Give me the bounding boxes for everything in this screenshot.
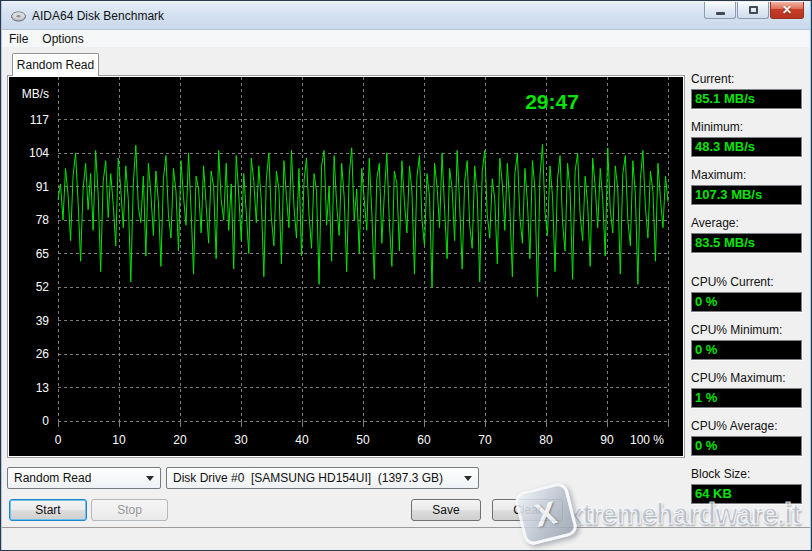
chevron-down-icon (464, 476, 472, 481)
stat-label-cpu-current: CPU% Current: (691, 275, 774, 289)
stat-value-cpu-current: 0 % (691, 292, 802, 312)
maximize-button[interactable] (737, 2, 769, 19)
stat-value-cpu-average: 0 % (691, 436, 802, 456)
x-tick-label: 0 (55, 433, 62, 447)
x-tick-label: 90 (600, 433, 614, 447)
stat-value-maximum: 107.3 MB/s (691, 185, 802, 205)
stat-label-block-size: Block Size: (691, 467, 750, 481)
y-tick-label: 117 (30, 113, 49, 127)
y-axis-unit-label: MB/s (22, 87, 49, 101)
app-icon (11, 11, 26, 22)
x-tick-label: 50 (356, 433, 370, 447)
stat-value-cpu-maximum: 1 % (691, 388, 802, 408)
y-tick-label: 13 (36, 381, 50, 395)
save-button[interactable]: Save (411, 499, 481, 521)
menu-item-file[interactable]: File (2, 31, 35, 47)
maximize-icon (749, 6, 758, 14)
stat-value-current: 85.1 MB/s (691, 89, 802, 109)
drive-select[interactable]: Disk Drive #0 [SAMSUNG HD154UI] (1397.3 … (166, 467, 479, 489)
x-tick-label: 60 (417, 433, 431, 447)
minimize-button[interactable] (704, 2, 736, 19)
y-tick-label: 78 (36, 213, 50, 227)
window-title: AIDA64 Disk Benchmark (32, 9, 164, 23)
stat-label-average: Average: (691, 216, 739, 230)
y-tick-label: 52 (36, 280, 50, 294)
y-tick-label: 104 (29, 146, 49, 160)
x-tick-label: 80 (539, 433, 553, 447)
stat-label-maximum: Maximum: (691, 168, 746, 182)
y-tick-label: 65 (36, 247, 50, 261)
stat-label-current: Current: (691, 72, 734, 86)
x-tick-label: 40 (295, 433, 309, 447)
stat-label-cpu-average: CPU% Average: (691, 419, 778, 433)
tab-panel: 0102030405060708090100 %1171049178655239… (7, 75, 685, 458)
tab-random-read[interactable]: Random Read (12, 53, 99, 76)
stat-label-cpu-minimum: CPU% Minimum: (691, 323, 782, 337)
stat-label-minimum: Minimum: (691, 120, 743, 134)
minimize-icon (716, 12, 725, 15)
x-tick-label: 10 (112, 433, 126, 447)
y-tick-label: 0 (42, 414, 49, 428)
close-icon: ✕ (782, 4, 792, 16)
start-button[interactable]: Start (9, 499, 87, 521)
app-window: AIDA64 Disk Benchmark ✕ File Options Ran… (0, 0, 812, 551)
x-tick-label: 100 % (630, 433, 664, 447)
stat-value-block-size: 64 KB (691, 484, 802, 504)
menu-item-options[interactable]: Options (35, 31, 90, 47)
y-tick-label: 39 (36, 314, 50, 328)
x-tick-label: 30 (234, 433, 248, 447)
stat-label-cpu-maximum: CPU% Maximum: (691, 371, 786, 385)
x-tick-label: 20 (173, 433, 187, 447)
clear-button[interactable]: Clear (492, 499, 563, 521)
stat-value-cpu-minimum: 0 % (691, 340, 802, 360)
close-button[interactable]: ✕ (770, 2, 804, 19)
stop-button[interactable]: Stop (91, 499, 168, 521)
y-tick-label: 26 (36, 347, 50, 361)
chart-timer: 29:47 (525, 90, 579, 113)
y-tick-label: 91 (36, 180, 50, 194)
stat-value-average: 83.5 MB/s (691, 233, 802, 253)
menubar: File Options (2, 30, 810, 47)
status-bar (2, 527, 810, 550)
stat-value-minimum: 48.3 MB/s (691, 137, 802, 157)
test-type-select[interactable]: Random Read (7, 467, 161, 489)
benchmark-chart: 0102030405060708090100 %1171049178655239… (9, 77, 683, 456)
titlebar[interactable]: AIDA64 Disk Benchmark ✕ (2, 2, 810, 30)
x-tick-label: 70 (478, 433, 492, 447)
chevron-down-icon (146, 476, 154, 481)
